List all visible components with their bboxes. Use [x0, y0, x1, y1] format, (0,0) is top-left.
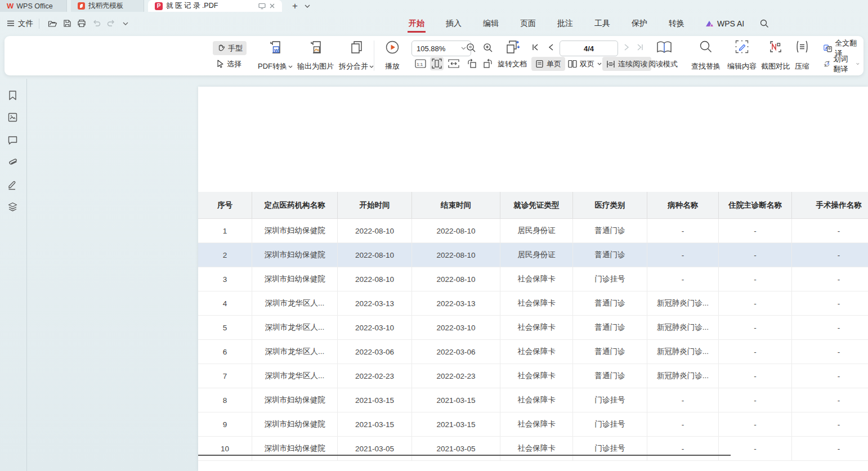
table-row[interactable]: 4深圳市龙华区人...2022-03-132022-03-13社会保障卡普通门诊… [198, 291, 868, 316]
table-header-cell: 病种名称 [647, 192, 719, 218]
close-tab-icon[interactable] [269, 3, 275, 9]
print-button[interactable] [74, 16, 89, 31]
menu-edit[interactable]: 编辑 [482, 14, 500, 34]
table-cell: 2021-03-05 [412, 437, 500, 460]
table-cell: 2022-03-06 [338, 340, 412, 364]
split-merge-button[interactable]: 拆分合并 [337, 39, 376, 73]
first-page-icon [532, 44, 539, 51]
next-page-icon [624, 44, 629, 51]
save-button[interactable] [60, 16, 74, 31]
find-replace-label: 查找替换 [691, 61, 721, 71]
signature-icon[interactable] [7, 179, 18, 190]
menu-insert[interactable]: 插入 [445, 14, 463, 34]
table-row[interactable]: 9深圳市妇幼保健院2021-03-152021-03-15社会保障卡门诊挂号--… [198, 412, 868, 437]
pdf-convert-button[interactable]: W PDF转换 [256, 39, 295, 73]
fit-page-button[interactable] [430, 57, 444, 70]
undo-history-chevron-icon[interactable] [118, 16, 133, 31]
tab-document-active[interactable]: P 就 医 记 录 .PDF [148, 0, 282, 12]
undo-button[interactable] [89, 16, 104, 31]
read-mode-label[interactable]: 阅读模式 [648, 59, 678, 69]
attachment-icon[interactable] [7, 158, 18, 168]
zoom-out-button[interactable] [464, 41, 478, 55]
table-cell: 社会保障卡 [500, 316, 573, 339]
present-mode-icon[interactable] [258, 3, 266, 10]
redo-button[interactable] [104, 16, 118, 31]
pdf-page[interactable]: 序号定点医药机构名称开始时间结束时间就诊凭证类型医疗类别病种名称住院主诊断名称手… [198, 87, 868, 471]
table-row[interactable]: 1深圳市妇幼保健院2022-08-102022-08-10居民身份证普通门诊--… [198, 219, 868, 243]
single-page-button[interactable]: 单页 [531, 57, 565, 71]
table-cell: - [792, 219, 868, 243]
select-tool-button[interactable]: 选择 [213, 57, 245, 71]
full-text-translate-button[interactable]: A 全文翻译 [820, 41, 863, 55]
new-tab-button[interactable]: + [288, 0, 302, 12]
read-mode-button[interactable] [655, 39, 673, 55]
continuous-read-icon [606, 60, 615, 68]
table-row[interactable]: 7深圳市龙华区人...2022-02-232022-02-23社会保障卡普通门诊… [198, 364, 868, 388]
play-button[interactable]: 播放 [383, 39, 402, 73]
menu-convert[interactable]: 转换 [668, 14, 686, 34]
screenshot-compare-icon [769, 40, 782, 53]
table-cell: 普通门诊 [573, 316, 647, 339]
table-cell: 2022-08-10 [412, 219, 500, 243]
wps-ai-button[interactable]: WPS AI [705, 19, 744, 28]
hand-tool-button[interactable]: 手型 [213, 41, 247, 55]
page-indicator-input[interactable]: 4/4 [560, 41, 618, 56]
menu-page[interactable]: 页面 [519, 14, 537, 34]
word-translate-button[interactable]: A文 划词翻译 [820, 57, 863, 71]
find-replace-button[interactable]: 查找替换 [689, 39, 723, 73]
tab-list-chevron-icon[interactable] [302, 0, 312, 12]
rotate-right-button[interactable] [481, 57, 495, 70]
edit-content-button[interactable]: 编辑内容 [725, 39, 759, 73]
table-row[interactable]: 2深圳市妇幼保健院2022-08-102022-08-10居民身份证普通门诊--… [198, 243, 868, 267]
menu-home[interactable]: 开始 [408, 14, 426, 34]
first-page-button[interactable] [530, 42, 541, 53]
compress-button[interactable]: 压缩 [793, 39, 812, 73]
divider [39, 19, 39, 29]
bookmark-icon[interactable] [7, 90, 18, 101]
table-cell: - [719, 437, 792, 460]
word-translate-label: 划词翻译 [833, 54, 853, 74]
file-menu-button[interactable]: 文件 [7, 19, 33, 29]
chevron-down-icon [856, 62, 860, 65]
next-page-button[interactable] [621, 42, 632, 53]
table-row[interactable]: 8深圳市妇幼保健院2021-03-152021-03-15社会保障卡门诊挂号--… [198, 388, 868, 412]
thumbnail-icon[interactable] [7, 112, 18, 123]
table-header-cell: 手术操作名称 [792, 192, 868, 218]
menu-annotate[interactable]: 批注 [556, 14, 574, 34]
table-cell: 普通门诊 [573, 243, 647, 267]
prev-page-button[interactable] [545, 42, 556, 53]
rotate-document-label[interactable]: 旋转文档 [498, 59, 527, 69]
table-cell: 2022-03-10 [338, 316, 412, 339]
table-cell: 门诊挂号 [573, 267, 647, 291]
tab-label: 就 医 记 录 .PDF [166, 1, 218, 11]
table-cell: - [792, 364, 868, 388]
zoom-in-button[interactable] [481, 41, 495, 55]
ribbon-search-icon[interactable] [760, 19, 769, 28]
table-cell: - [647, 412, 719, 436]
tab-docer-templates[interactable]: 找稻壳模板 [71, 0, 144, 12]
table-cell: 2021-03-15 [412, 412, 500, 436]
export-image-button[interactable]: 输出为图片 [295, 39, 336, 73]
screenshot-compare-button[interactable]: 截图对比 [759, 39, 793, 73]
menu-tools[interactable]: 工具 [593, 14, 611, 34]
table-cell: 社会保障卡 [500, 364, 573, 388]
table-row[interactable]: 3深圳市妇幼保健院2022-08-102022-08-10社会保障卡门诊挂号--… [198, 267, 868, 291]
double-page-button[interactable]: 双页 [564, 57, 606, 71]
menu-protect[interactable]: 保护 [630, 14, 648, 34]
table-row[interactable]: 5深圳市龙华区人...2022-03-102022-03-10社会保障卡普通门诊… [198, 316, 868, 340]
tab-wps-office[interactable]: W WPS Office [0, 0, 67, 12]
rotate-document-button[interactable] [504, 39, 521, 55]
last-page-button[interactable] [634, 42, 646, 53]
table-cell: 深圳市龙华区人... [252, 291, 338, 315]
continuous-read-button[interactable]: 连续阅读 [602, 57, 651, 71]
fit-width-button[interactable] [447, 57, 460, 70]
actual-size-button[interactable]: 1:1 [414, 57, 427, 70]
table-cell: - [647, 267, 719, 291]
table-row[interactable]: 10深圳市妇幼保健院2021-03-052021-03-05社会保障卡门诊挂号-… [198, 437, 868, 461]
layers-icon[interactable] [7, 201, 18, 212]
open-file-button[interactable] [45, 16, 60, 31]
zoom-level-select[interactable]: 105.88% [411, 41, 471, 56]
table-row[interactable]: 6深圳市龙华区人...2022-03-062022-03-06社会保障卡普通门诊… [198, 340, 868, 364]
rotate-left-button[interactable] [465, 57, 478, 70]
comment-icon[interactable] [7, 135, 18, 146]
